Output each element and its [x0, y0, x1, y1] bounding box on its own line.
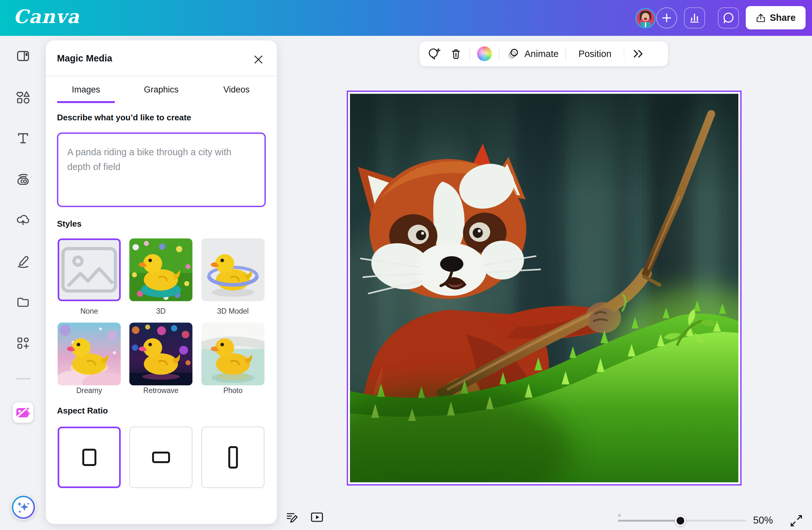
color-button[interactable] [477, 46, 492, 61]
avatar-image [637, 9, 654, 27]
text-icon [16, 131, 30, 146]
present-button[interactable] [309, 510, 325, 525]
canvas-toolbar: Animate Position [419, 41, 668, 66]
style-label-3d-model: 3D Model [201, 307, 264, 315]
panel-tabs: Images Graphics Videos [57, 79, 265, 103]
avatar[interactable] [635, 8, 656, 29]
share-button[interactable]: Share [746, 6, 806, 29]
projects-icon [16, 295, 30, 309]
draw-icon [16, 253, 30, 268]
add-button[interactable] [656, 8, 677, 29]
canvas-selected-image[interactable] [347, 91, 742, 486]
share-upload-icon [756, 13, 766, 23]
elements-icon [16, 90, 30, 105]
magic-media-panel: Magic Media Images Graphics Videos Descr… [46, 40, 277, 524]
image-placeholder-icon [59, 240, 119, 299]
style-label-3d: 3D [129, 307, 192, 315]
red-panda-artwork [350, 94, 738, 482]
insights-icon [688, 12, 701, 24]
aspect-ratio-label: Aspect Ratio [57, 406, 108, 416]
toolbar-divider [469, 47, 470, 60]
toolbar-divider [565, 47, 566, 60]
tab-graphics[interactable]: Graphics [132, 79, 190, 103]
trash-icon [450, 47, 462, 60]
share-label: Share [770, 13, 796, 23]
comments-button[interactable] [718, 8, 739, 29]
apps-icon [16, 336, 30, 351]
brand-icon [16, 172, 30, 187]
top-bar: Canva Share [0, 0, 812, 36]
portrait-ratio-icon [228, 446, 238, 469]
comments-icon [722, 11, 735, 25]
describe-label: Describe what you’d like to create [57, 113, 191, 122]
notes-icon [285, 510, 300, 525]
sidebar-item-magic-media[interactable] [13, 402, 33, 423]
toolbar-divider [499, 47, 499, 60]
style-label-none: None [58, 307, 121, 315]
sidebar-item-draw[interactable] [13, 251, 33, 271]
style-option-none[interactable] [58, 238, 121, 301]
position-label: Position [578, 49, 611, 59]
zoom-slider-thumb[interactable] [675, 515, 686, 526]
zoom-min-marker [618, 514, 621, 517]
notes-button[interactable] [285, 510, 300, 525]
style-option-3d[interactable] [129, 238, 192, 301]
sidebar-item-apps[interactable] [13, 333, 33, 353]
style-option-dreamy[interactable] [58, 323, 121, 385]
aspect-option-landscape[interactable] [129, 427, 192, 488]
sidebar-item-design[interactable] [13, 46, 33, 66]
canva-assistant-icon [11, 495, 36, 520]
aspect-option-portrait[interactable] [201, 427, 264, 488]
panel-title: Magic Media [57, 53, 112, 64]
sidebar-item-projects[interactable] [13, 292, 33, 312]
more-options-button[interactable] [632, 47, 645, 60]
style-3d-thumbnail [129, 238, 192, 301]
style-option-photo[interactable] [201, 323, 264, 385]
style-3d-model-thumbnail [201, 238, 264, 301]
close-icon [253, 54, 264, 65]
toolbar-divider [624, 47, 624, 60]
sidebar-item-text[interactable] [13, 128, 33, 148]
uploads-icon [16, 212, 30, 227]
tab-images[interactable]: Images [57, 79, 115, 103]
style-label-retrowave: Retrowave [129, 386, 192, 395]
add-icon [661, 12, 673, 24]
expand-icon [789, 513, 804, 528]
aspect-option-square[interactable] [58, 427, 121, 488]
style-photo-thumbnail [201, 323, 264, 385]
prompt-input[interactable] [57, 132, 266, 207]
sidebar-item-uploads[interactable] [13, 210, 33, 230]
sidebar-divider [15, 378, 31, 380]
styles-label: Styles [57, 219, 82, 229]
canva-assistant-button[interactable] [11, 495, 36, 520]
canva-logo[interactable]: Canva [13, 6, 80, 28]
more-chevrons-icon [632, 47, 645, 60]
style-label-photo: Photo [201, 386, 264, 395]
style-retrowave-thumbnail [129, 323, 192, 385]
landscape-ratio-icon [152, 452, 170, 463]
style-label-dreamy: Dreamy [58, 386, 121, 395]
square-ratio-icon [82, 449, 96, 466]
style-dreamy-thumbnail [58, 323, 121, 385]
design-icon [16, 49, 30, 63]
comment-add-button[interactable] [428, 47, 441, 60]
animate-icon [507, 47, 520, 60]
close-panel-button[interactable] [251, 52, 266, 67]
animate-label: Animate [524, 49, 559, 59]
panel-header-divider [46, 76, 277, 76]
magic-media-app-icon [15, 404, 31, 421]
animate-button[interactable]: Animate [507, 47, 559, 60]
position-button[interactable]: Position [573, 49, 617, 59]
fullscreen-button[interactable] [788, 513, 804, 529]
insights-button[interactable] [684, 8, 705, 29]
delete-button[interactable] [450, 47, 462, 60]
style-option-3d-model[interactable] [201, 238, 264, 301]
style-option-retrowave[interactable] [129, 323, 192, 385]
zoom-level[interactable]: 50% [753, 515, 779, 526]
comment-add-icon [428, 47, 441, 60]
tab-videos[interactable]: Videos [207, 79, 265, 103]
sidebar-item-elements[interactable] [13, 87, 33, 107]
sidebar-item-brand[interactable] [13, 169, 33, 190]
present-icon [310, 510, 324, 525]
